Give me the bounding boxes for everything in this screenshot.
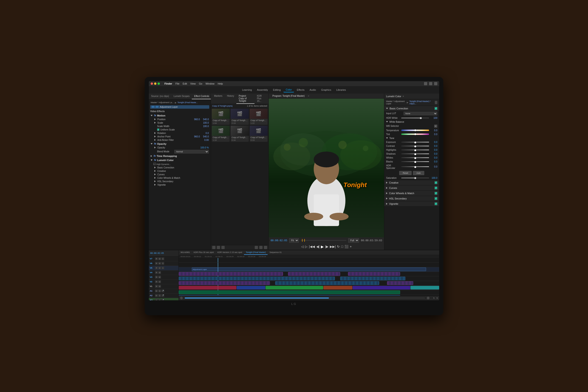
v5-eye[interactable]: 👁	[155, 266, 158, 269]
v2-clip-1[interactable]	[179, 281, 270, 285]
go-menu[interactable]: Go	[199, 82, 202, 85]
tl-tab-tonight[interactable]: Tonight (Final Master)	[244, 250, 268, 255]
reset-button[interactable]: Reset	[399, 171, 412, 175]
scale-value[interactable]: 100.0	[201, 122, 209, 124]
nav-learning[interactable]: Learning	[240, 88, 254, 92]
project-item-5[interactable]: 🎬 Copy of Tonight Linked... 0:16	[231, 126, 249, 142]
btn-step-fwd[interactable]: |▶	[325, 245, 328, 248]
nav-audio[interactable]: Audio	[307, 88, 318, 92]
v4-clip-3[interactable]	[348, 272, 400, 276]
nav-libraries[interactable]: Libraries	[334, 88, 348, 92]
contrast-slider[interactable]	[401, 146, 429, 146]
high-dynamic-checkbox[interactable]: □	[153, 163, 156, 165]
v3-lock[interactable]: M	[158, 276, 161, 278]
eyedropper-icon[interactable]: ✏	[434, 124, 437, 128]
tab-effect-controls[interactable]: Effect Controls	[192, 94, 211, 99]
vignette-row[interactable]: Vignette	[149, 183, 211, 186]
project-item-3[interactable]: 🎬 Copy of Tonight Linked... 1:22	[250, 109, 268, 125]
a3-s[interactable]: S	[158, 299, 161, 300]
a1-m[interactable]: M	[155, 290, 158, 292]
btn-go-in[interactable]: |◀◀	[309, 245, 315, 248]
lumetri-section[interactable]: fx Lumetri Color	[149, 158, 211, 162]
blacks-slider[interactable]	[401, 161, 429, 162]
view-menu[interactable]: View	[190, 82, 196, 85]
project-search-icon[interactable]	[255, 246, 258, 249]
v1-clip-teal[interactable]	[411, 286, 439, 290]
btn-step-back[interactable]: ◀|	[316, 245, 320, 248]
input-lut-select[interactable]: None	[404, 112, 437, 115]
white-balance-header[interactable]: White Balance	[384, 120, 439, 124]
v6-eye[interactable]: 👁	[155, 262, 158, 265]
v2-eye[interactable]: 👁	[155, 280, 158, 283]
v6-sync[interactable]: S	[161, 262, 164, 265]
a2-s[interactable]: S	[158, 294, 161, 297]
v4-eye[interactable]: 👁	[155, 271, 158, 274]
close-dot[interactable]	[151, 82, 153, 85]
auto-button[interactable]: Auto	[413, 171, 424, 175]
btn-safe[interactable]: □	[341, 245, 343, 248]
tab-kdr[interactable]: KDR Plus 15...	[254, 94, 268, 104]
tl-tab-kdr30[interactable]: KDR Plus 30 sec.spot	[192, 250, 216, 255]
zoom-slider[interactable]	[185, 298, 425, 298]
vignette-checkbox[interactable]: ✓	[435, 202, 437, 205]
hsl-checkbox[interactable]: ✓	[435, 197, 437, 200]
project-delete-icon[interactable]	[264, 246, 267, 249]
btn-loop[interactable]: ↻	[337, 245, 340, 248]
v2-lock[interactable]: M	[158, 280, 161, 283]
zoom-out-icon[interactable]	[180, 297, 183, 300]
tab-markers[interactable]: Markers	[212, 94, 225, 104]
project-item-4[interactable]: 🎬 Copy of Tonight Linked... 1:10	[212, 126, 230, 142]
v2-clip-3[interactable]	[387, 281, 413, 285]
pm-tab-program[interactable]: Program: Tonight (Final Master)	[270, 94, 307, 98]
v3-clip-2[interactable]	[340, 277, 405, 280]
v1-clip-purple[interactable]	[353, 286, 410, 290]
creative-section-header[interactable]: Creative ✓	[384, 180, 439, 185]
lumetri-reset-icon[interactable]	[435, 101, 437, 104]
finder-menu[interactable]: Finder	[164, 82, 172, 85]
curves-row[interactable]: Curves	[149, 173, 211, 176]
blend-mode-select[interactable]: Normal	[174, 150, 209, 154]
vignette-section-header[interactable]: Vignette ✓	[384, 201, 439, 206]
btn-go-out[interactable]: ▶▶|	[330, 245, 336, 248]
tint-slider[interactable]	[401, 134, 429, 135]
v4-clip-1[interactable]	[179, 272, 283, 276]
v2-clip-2[interactable]	[275, 281, 379, 285]
zoom-in-icon[interactable]	[427, 297, 430, 300]
tl-tab-kdr15[interactable]: KDR Version 2 15 sec.spot	[216, 250, 244, 255]
v1-clip-blue[interactable]	[237, 286, 265, 290]
hsl-secondary-row[interactable]: HSL Secondary	[149, 180, 211, 183]
minimize-dot[interactable]	[154, 82, 156, 85]
v6-lock[interactable]: M	[158, 262, 161, 265]
opacity-value[interactable]: 100.0 %	[200, 146, 209, 149]
tab-lumetri-scopes[interactable]: Lumetri Scopes	[171, 94, 192, 99]
anchor-y[interactable]: 540.0	[201, 135, 209, 138]
pm-scrub-bar[interactable]	[301, 240, 346, 241]
creative-checkbox[interactable]: ✓	[435, 181, 437, 184]
v1-clip-green[interactable]	[266, 286, 323, 290]
a2-mic[interactable]: 🎤	[161, 294, 164, 297]
project-grid-icon[interactable]	[221, 246, 225, 249]
a3-mic[interactable]: 🎤	[161, 299, 164, 300]
project-new-icon[interactable]	[212, 246, 215, 249]
hdr-specular-slider[interactable]	[401, 166, 429, 167]
time-remap-section[interactable]: fx Time Remapping	[149, 154, 211, 158]
v7-lock[interactable]: M	[158, 257, 161, 260]
tab-project[interactable]: Project: Copy of Tonight	[236, 94, 254, 104]
hsl-section-header[interactable]: HSL Secondary ✓	[384, 196, 439, 201]
basic-correction-header[interactable]: Basic Correction ✓	[384, 106, 439, 111]
highlights-slider[interactable]	[401, 150, 429, 150]
hdr-white-slider[interactable]	[401, 118, 429, 118]
nav-assembly[interactable]: Assembly	[255, 88, 270, 92]
opacity-section[interactable]: fx Opacity	[149, 142, 211, 146]
help-menu[interactable]: Help	[218, 82, 223, 85]
tab-history[interactable]: History	[225, 94, 236, 104]
timeline-timecode[interactable]: 00:00:02:05	[150, 252, 164, 254]
color-wheels-row[interactable]: Color Wheels & Match	[149, 176, 211, 180]
tl-tab-seq01[interactable]: Sequence 01	[268, 250, 283, 255]
saturation-slider[interactable]	[401, 178, 429, 178]
v5-sync[interactable]: S	[161, 266, 164, 269]
project-item-2[interactable]: 🎬 Copy of Tonight Linked... 2:19	[231, 109, 249, 125]
edit-menu[interactable]: Edit	[183, 82, 187, 85]
whites-slider[interactable]	[401, 158, 429, 158]
project-item-1[interactable]: 🎬 Copy of Tonight Linked... 1:04	[212, 109, 230, 125]
